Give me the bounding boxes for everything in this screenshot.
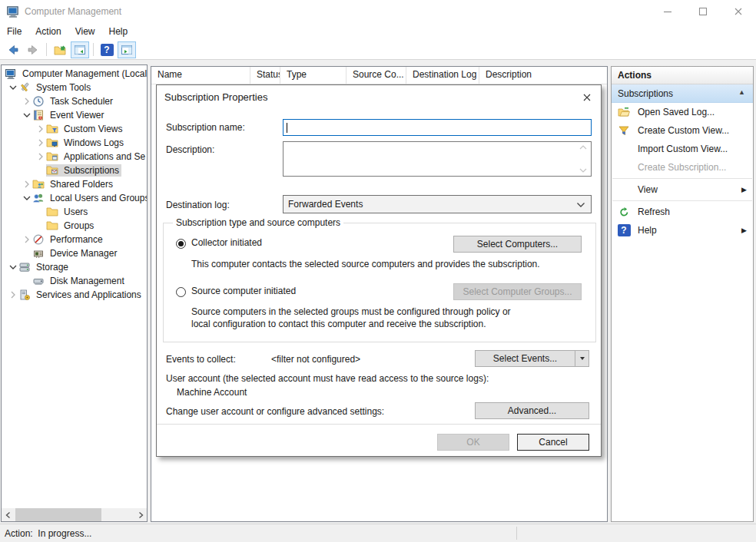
advanced-button[interactable]: Advanced... <box>475 402 589 419</box>
source-description-line2: local configuration to contact this comp… <box>191 319 486 329</box>
tree-item-custom-views[interactable]: Custom Views <box>2 122 147 136</box>
tree-item-applications-and-services[interactable]: Applications and Se <box>2 150 147 164</box>
show-console-tree-button[interactable] <box>71 41 89 58</box>
chevron-right-icon[interactable] <box>22 97 32 106</box>
subscription-name-label: Subscription name: <box>166 122 245 133</box>
tree-item-shared-folders[interactable]: Shared Folders <box>2 177 147 191</box>
back-button[interactable] <box>4 41 22 58</box>
help-button[interactable]: ? <box>98 41 116 58</box>
action-help[interactable]: ? Help ▶ <box>612 221 753 240</box>
column-header-status[interactable]: Status <box>250 67 280 84</box>
tree-item-groups[interactable]: Groups <box>2 219 147 233</box>
collapse-icon[interactable]: ▲ <box>738 88 745 96</box>
collector-initiated-radio[interactable] <box>176 239 186 249</box>
tree-item-windows-logs[interactable]: Windows Logs <box>2 136 147 150</box>
disk-management-icon <box>32 275 45 287</box>
local-users-groups-icon <box>32 192 45 204</box>
menu-help[interactable]: Help <box>102 24 135 39</box>
scrollbar-track[interactable] <box>15 508 134 521</box>
tree-horizontal-scrollbar[interactable] <box>2 508 147 521</box>
menu-view[interactable]: View <box>68 24 102 39</box>
action-open-saved-log[interactable]: Open Saved Log... <box>612 103 753 121</box>
description-textarea[interactable] <box>283 141 592 177</box>
custom-views-icon <box>46 123 58 135</box>
action-view[interactable]: View ▶ <box>612 180 753 199</box>
chevron-down-icon <box>576 202 585 208</box>
source-computer-initiated-label[interactable]: Source computer initiated <box>191 286 296 296</box>
tree-item-users[interactable]: Users <box>2 205 147 219</box>
show-action-pane-button[interactable] <box>118 41 136 58</box>
tree-indent <box>35 221 46 230</box>
action-create-custom-view[interactable]: Create Custom View... <box>612 121 753 140</box>
close-button[interactable] <box>721 0 756 23</box>
menu-action[interactable]: Action <box>28 24 68 39</box>
chevron-right-icon[interactable] <box>22 235 32 244</box>
chevron-right-icon[interactable] <box>22 180 32 189</box>
collector-initiated-label[interactable]: Collector initiated <box>191 237 262 248</box>
forward-icon <box>27 44 39 56</box>
minimize-button[interactable] <box>650 0 685 23</box>
subscriptions-icon <box>46 164 58 177</box>
tree-item-storage[interactable]: Storage <box>2 260 147 274</box>
tree-item-disk-management[interactable]: Disk Management <box>2 274 147 288</box>
dialog-close-button[interactable] <box>581 91 593 104</box>
show-action-pane-icon <box>121 44 133 56</box>
chevron-right-icon[interactable] <box>35 138 46 147</box>
column-header-destination-log[interactable]: Destination Log <box>406 67 479 84</box>
scroll-up-icon[interactable] <box>579 145 587 150</box>
subscription-name-input[interactable] <box>283 119 592 136</box>
chevron-right-icon[interactable] <box>8 290 18 299</box>
status-bar: Action: In progress... <box>0 524 756 542</box>
scroll-left-arrow-icon[interactable] <box>2 508 15 521</box>
action-refresh[interactable]: Refresh <box>612 203 753 221</box>
source-computer-initiated-radio[interactable] <box>176 287 186 297</box>
select-events-dropdown[interactable] <box>575 351 589 366</box>
chevron-down-icon[interactable] <box>8 83 18 92</box>
tree-item-local-users-and-groups[interactable]: Local Users and Groups <box>2 191 147 205</box>
title-bar: Computer Management <box>0 0 756 23</box>
chevron-right-icon[interactable] <box>35 124 46 134</box>
export-list-button[interactable] <box>51 41 69 58</box>
collector-description: This computer contacts the selected sour… <box>191 259 540 269</box>
text-caret <box>287 123 287 133</box>
chevron-down-icon[interactable] <box>8 263 18 272</box>
actions-group-subscriptions[interactable]: Subscriptions ▲ <box>612 84 753 103</box>
toolbar-separator <box>46 43 47 56</box>
tree-indent <box>22 249 32 258</box>
forward-button <box>24 41 42 58</box>
tree-item-performance[interactable]: Performance <box>2 233 147 246</box>
tree-item-task-scheduler[interactable]: Task Scheduler <box>2 94 147 108</box>
menu-file[interactable]: File <box>0 24 28 39</box>
tree-item-system-tools[interactable]: System Tools <box>2 81 147 94</box>
tree-item-subscriptions[interactable]: Subscriptions <box>2 164 147 177</box>
column-header-source-computers[interactable]: Source Co... <box>346 67 406 84</box>
refresh-icon <box>617 206 631 218</box>
tree-item-computer-management[interactable]: Computer Management (Local <box>2 67 147 81</box>
action-import-custom-view[interactable]: Import Custom View... <box>612 140 753 158</box>
tree-item-event-viewer[interactable]: Event Viewer <box>2 108 147 122</box>
select-events-button[interactable]: Select Events... <box>475 350 589 367</box>
task-scheduler-icon <box>32 95 45 107</box>
chevron-down-icon[interactable] <box>22 111 32 120</box>
dialog-title: Subscription Properties <box>164 91 267 103</box>
scrollbar-thumb[interactable] <box>15 508 101 521</box>
scroll-down-icon[interactable] <box>579 168 587 173</box>
destination-log-label: Destination log: <box>166 200 230 210</box>
tree-item-device-manager[interactable]: Device Manager <box>2 246 147 260</box>
show-console-tree-icon <box>74 44 86 56</box>
scroll-right-arrow-icon[interactable] <box>134 508 147 521</box>
column-header-type[interactable]: Type <box>280 67 346 84</box>
computer-management-window: Computer Management File Action View Hel… <box>0 0 756 542</box>
maximize-button[interactable] <box>685 0 721 23</box>
windows-logs-icon <box>46 137 58 149</box>
chevron-down-icon[interactable] <box>22 193 32 203</box>
cancel-button[interactable]: Cancel <box>517 434 589 451</box>
destination-log-dropdown[interactable]: Forwarded Events <box>283 195 592 213</box>
column-header-description[interactable]: Description <box>479 67 602 84</box>
performance-icon <box>32 233 45 246</box>
chevron-right-icon[interactable] <box>35 152 46 161</box>
column-header-name[interactable]: Name <box>151 67 250 84</box>
tree-item-services-and-applications[interactable]: Services and Applications <box>2 288 147 302</box>
select-computers-button[interactable]: Select Computers... <box>453 236 582 253</box>
event-viewer-icon <box>32 109 45 121</box>
